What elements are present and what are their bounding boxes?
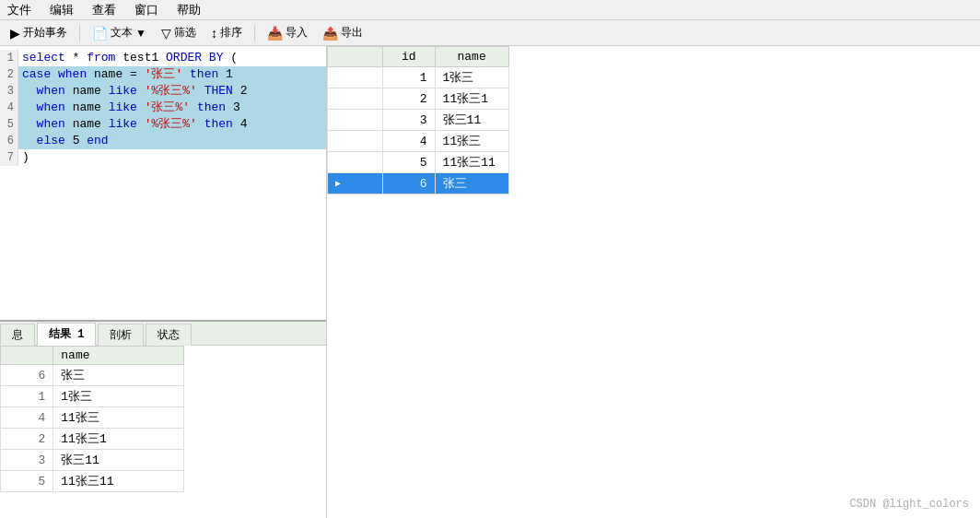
filter-icon: ▽ (161, 26, 171, 41)
line-content-3: when name like '%张三%' THEN 2 (18, 83, 326, 100)
menu-bar: 文件 编辑 查看 窗口 帮助 (0, 0, 980, 20)
tab-result1[interactable]: 结果 1 (37, 323, 96, 346)
grid-row[interactable]: 511张三11 (328, 152, 509, 173)
line-num-1: 1 (0, 50, 18, 66)
result-row-num: 6 (1, 365, 53, 386)
line-num-5: 5 (0, 116, 18, 133)
code-line-3: 3 when name like '%张三%' THEN 2 (0, 83, 326, 100)
grid-row[interactable]: 3张三11 (328, 110, 509, 131)
result-row-name: 11张三11 (53, 471, 184, 492)
data-grid-area[interactable]: id name 11张三211张三13张三11411张三511张三11▶6张三 (327, 46, 980, 518)
line-content-1: select * from test1 ORDER BY ( (18, 50, 326, 66)
grid-row-id: 6 (383, 173, 436, 194)
menu-view[interactable]: 查看 (88, 2, 120, 18)
result-row-num: 3 (1, 450, 53, 471)
grid-row-id: 3 (383, 110, 436, 131)
line-content-7: ) (18, 149, 326, 166)
grid-row-name: 张三11 (435, 110, 508, 131)
line-content-2: case when name = '张三' then 1 (18, 66, 326, 83)
result-row[interactable]: 411张三 (1, 407, 184, 429)
data-grid-panel: id name 11张三211张三13张三11411张三511张三11▶6张三 (327, 46, 980, 518)
grid-row-arrow: ▶ (328, 173, 383, 194)
grid-row-arrow (328, 110, 383, 131)
result-col-name: name (53, 347, 184, 365)
result-row-num: 4 (1, 407, 53, 429)
bottom-section: 息 结果 1 剖析 状态 name 6张三11张三411张三211张三13张三1… (0, 320, 326, 518)
result-table: name 6张三11张三411张三211张三13张三11511张三11 (0, 346, 184, 492)
tab-profile[interactable]: 剖析 (98, 324, 144, 346)
text-button[interactable]: 📄 文本 ▼ (88, 23, 151, 42)
line-num-2: 2 (0, 66, 18, 83)
result-row-name: 1张三 (53, 386, 184, 407)
sort-icon: ↕ (211, 26, 217, 41)
grid-col-name[interactable]: name (435, 47, 508, 67)
line-num-7: 7 (0, 149, 18, 166)
grid-row-id: 4 (383, 131, 436, 152)
line-content-6: else 5 end (18, 133, 326, 149)
code-line-6: 6 else 5 end (0, 133, 326, 149)
grid-arrow-col (328, 47, 383, 67)
line-content-5: when name like '%张三%' then 4 (18, 116, 326, 133)
result-row-name: 张三11 (53, 450, 184, 471)
tab-status[interactable]: 状态 (146, 324, 192, 346)
line-content-4: when name like '张三%' then 3 (18, 100, 326, 116)
result-row-name: 11张三 (53, 407, 184, 429)
code-line-2: 2 case when name = '张三' then 1 (0, 66, 326, 83)
grid-row-name: 11张三11 (435, 152, 508, 173)
grid-col-id[interactable]: id (383, 47, 436, 67)
result-row-num: 5 (1, 471, 53, 492)
result-table-area[interactable]: name 6张三11张三411张三211张三13张三11511张三11 (0, 346, 326, 518)
import-button[interactable]: 📥 导入 (262, 23, 312, 42)
grid-row-name: 11张三1 (435, 88, 508, 110)
grid-row[interactable]: 211张三1 (328, 88, 509, 110)
code-line-7: 7 ) (0, 149, 326, 166)
grid-row-name: 1张三 (435, 67, 508, 88)
watermark: CSDN @light_colors (849, 498, 969, 511)
grid-row[interactable]: 411张三 (328, 131, 509, 152)
menu-edit[interactable]: 编辑 (46, 2, 77, 18)
data-grid: id name 11张三211张三13张三11411张三511张三11▶6张三 (327, 46, 509, 194)
tab-bar: 息 结果 1 剖析 状态 (0, 322, 326, 346)
code-line-4: 4 when name like '张三%' then 3 (0, 100, 326, 116)
code-line-1: 1 select * from test1 ORDER BY ( (0, 50, 326, 66)
grid-row-id: 2 (383, 88, 436, 110)
code-line-5: 5 when name like '%张三%' then 4 (0, 116, 326, 133)
toolbar-separator-1 (79, 25, 80, 41)
result-row[interactable]: 11张三 (1, 386, 184, 407)
transaction-icon: ▶ (10, 26, 20, 41)
result-row[interactable]: 6张三 (1, 365, 184, 386)
result-row-num: 2 (1, 429, 53, 450)
grid-row-arrow (328, 152, 383, 173)
sql-editor-panel: 1 select * from test1 ORDER BY ( 2 case … (0, 46, 327, 518)
menu-file[interactable]: 文件 (4, 2, 35, 18)
line-num-4: 4 (0, 100, 18, 116)
grid-row[interactable]: 11张三 (328, 67, 509, 88)
import-icon: 📥 (267, 26, 283, 41)
result-row-name: 张三 (53, 365, 184, 386)
grid-row[interactable]: ▶6张三 (328, 173, 509, 194)
line-num-6: 6 (0, 133, 18, 149)
tab-info[interactable]: 息 (0, 324, 35, 346)
result-row-name: 11张三1 (53, 429, 184, 450)
start-transaction-button[interactable]: ▶ 开始事务 (6, 23, 72, 42)
grid-row-arrow (328, 131, 383, 152)
line-num-3: 3 (0, 83, 18, 100)
result-row[interactable]: 211张三1 (1, 429, 184, 450)
toolbar: ▶ 开始事务 📄 文本 ▼ ▽ 筛选 ↕ 排序 📥 导入 📤 导出 (0, 20, 980, 46)
menu-window[interactable]: 窗口 (131, 2, 162, 18)
main-content: 1 select * from test1 ORDER BY ( 2 case … (0, 46, 980, 518)
result-row[interactable]: 511张三11 (1, 471, 184, 492)
text-icon: 📄 (92, 26, 108, 41)
result-row[interactable]: 3张三11 (1, 450, 184, 471)
grid-row-name: 张三 (435, 173, 508, 194)
grid-row-id: 5 (383, 152, 436, 173)
editor-area[interactable]: 1 select * from test1 ORDER BY ( 2 case … (0, 46, 326, 320)
export-icon: 📤 (322, 26, 338, 41)
sort-button[interactable]: ↕ 排序 (206, 23, 247, 42)
text-dropdown-icon: ▼ (135, 27, 146, 40)
filter-button[interactable]: ▽ 筛选 (157, 23, 201, 42)
export-button[interactable]: 📤 导出 (318, 23, 368, 42)
menu-help[interactable]: 帮助 (173, 2, 204, 18)
grid-row-name: 11张三 (435, 131, 508, 152)
grid-row-arrow (328, 88, 383, 110)
